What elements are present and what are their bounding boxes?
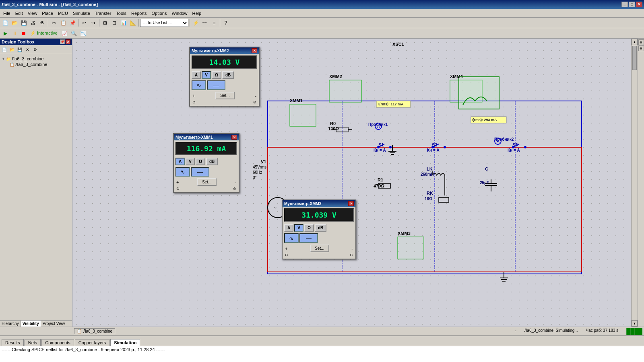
menu-place[interactable]: Place: [39, 10, 56, 16]
title-buttons[interactable]: _ □ ✕: [621, 2, 642, 7]
title-bar: Ла6_3_combine - Multisim - [Ла6_3_combin…: [0, 0, 644, 9]
tab-results[interactable]: Results: [2, 339, 24, 346]
component-btn[interactable]: ⚡: [191, 19, 200, 27]
copy-button[interactable]: 📋: [59, 19, 68, 27]
xmm2-btn-v[interactable]: V: [202, 71, 211, 79]
analyze-btn[interactable]: 📈: [60, 29, 69, 38]
toolbox-pin-button[interactable]: 📌: [60, 39, 65, 44]
toolbox-close-button[interactable]: ✕: [66, 39, 70, 44]
toolbox-open-btn[interactable]: 📂: [8, 46, 16, 53]
xmm1-line-btn[interactable]: —: [191, 167, 209, 177]
xmm1-set-button[interactable]: Set...: [197, 178, 216, 186]
menu-tools[interactable]: Tools: [114, 10, 129, 16]
xmm3-close-button[interactable]: ✕: [348, 201, 354, 206]
undo-button[interactable]: ↩: [80, 19, 89, 27]
xmm1-btn-v[interactable]: V: [186, 158, 195, 165]
close-button[interactable]: ✕: [636, 2, 642, 7]
scroll-thumb[interactable]: [632, 46, 637, 70]
tree-child[interactable]: 📋 Ла6_3_combine: [2, 62, 70, 67]
minimize-button[interactable]: _: [621, 2, 628, 7]
pause-button[interactable]: ⏸: [10, 29, 19, 38]
toolbox-new-btn[interactable]: 📄: [1, 46, 8, 53]
probe-btn[interactable]: 🔍: [70, 29, 78, 38]
xmm1-titlebar[interactable]: Мультиметр-ХММ1 ✕: [174, 134, 239, 140]
cut-button[interactable]: ✂: [50, 19, 58, 27]
layout-btn[interactable]: 📐: [128, 19, 137, 27]
grapher-btn[interactable]: 📉: [79, 29, 88, 38]
xmm1-btn-db[interactable]: dB: [206, 158, 218, 165]
tab-nets[interactable]: Nets: [25, 339, 41, 346]
menu-file[interactable]: File: [1, 10, 13, 16]
tab-hierarchy[interactable]: Hierarchy: [0, 321, 21, 327]
menu-window[interactable]: Window: [169, 10, 190, 16]
in-use-list-dropdown[interactable]: --- In-Use List ---: [140, 19, 188, 27]
toolbox-save-btn[interactable]: 💾: [16, 46, 23, 53]
xmm3-plus-label: +: [285, 246, 287, 251]
menu-edit[interactable]: Edit: [13, 10, 25, 16]
redo-button[interactable]: ↪: [89, 19, 98, 27]
tab-project-view[interactable]: Project View: [41, 321, 66, 327]
side-tool-2[interactable]: ⊖: [638, 45, 644, 51]
xmm2-btn-a[interactable]: A: [192, 71, 201, 79]
xmm2-btn-db[interactable]: dB: [222, 71, 234, 79]
side-tool-1[interactable]: ⊕: [638, 39, 644, 45]
schematic-tab[interactable]: 📋 Ла6_3_combine: [74, 328, 115, 334]
bottom-tabs-bar: Results Nets Components Copper layers Si…: [0, 336, 644, 346]
menu-help[interactable]: Help: [190, 10, 204, 16]
xmm2-wave-btn[interactable]: ∿: [192, 80, 206, 90]
open-button[interactable]: 📂: [10, 19, 19, 27]
bus-btn[interactable]: ≡: [210, 19, 219, 27]
xmm3-wave-btn[interactable]: ∿: [284, 233, 299, 243]
schematic-btn[interactable]: 📊: [119, 19, 128, 27]
menu-reports[interactable]: Reports: [129, 10, 149, 16]
scroll-down-button[interactable]: ▼: [632, 320, 638, 327]
toolbox-settings-btn[interactable]: ⚙: [31, 46, 39, 53]
scroll-track[interactable]: [632, 45, 638, 320]
menu-view[interactable]: View: [25, 10, 40, 16]
xmm1-wave-btn[interactable]: ∿: [175, 167, 190, 177]
maximize-button[interactable]: □: [629, 2, 635, 7]
xmm1-btn-ohm[interactable]: Ω: [196, 158, 205, 165]
xmm3-btn-db[interactable]: dB: [315, 224, 326, 232]
tree-root-label: Ла6_3_combine: [12, 56, 43, 61]
paste-button[interactable]: 📌: [68, 19, 77, 27]
xmm2-terminal-minus: ⊙: [253, 100, 256, 104]
new-button[interactable]: 📄: [1, 19, 10, 27]
net-btn[interactable]: 〰: [200, 19, 209, 27]
print-button[interactable]: 🖨: [29, 19, 37, 27]
xmm3-btn-a[interactable]: A: [284, 224, 293, 232]
xmm2-close-button[interactable]: ✕: [252, 48, 257, 53]
zoom-out-button[interactable]: ⊟: [110, 19, 119, 27]
xmm1-btn-a[interactable]: A: [175, 158, 185, 165]
tab-visibility[interactable]: Visibility: [21, 321, 41, 327]
xmm3-line-btn[interactable]: —: [299, 233, 318, 243]
xmm2-line-btn[interactable]: —: [207, 80, 225, 90]
xmm3-set-button[interactable]: Set...: [310, 245, 329, 252]
menu-transfer[interactable]: Transfer: [93, 10, 114, 16]
tab-copper-layers[interactable]: Copper layers: [75, 339, 109, 346]
menu-simulate[interactable]: Simulate: [70, 10, 93, 16]
stop-button[interactable]: ⏹: [19, 29, 28, 38]
vertical-scrollbar[interactable]: ▲ ▼: [631, 39, 638, 327]
xmm1-close-button[interactable]: ✕: [231, 135, 237, 140]
tree-root[interactable]: ▼ 📁 Ла6_3_combine: [2, 56, 70, 62]
save-button[interactable]: 💾: [19, 19, 28, 27]
tab-components[interactable]: Components: [41, 339, 74, 346]
xmm3-btn-v[interactable]: V: [294, 224, 303, 232]
scroll-up-button[interactable]: ▲: [632, 39, 638, 45]
menu-options[interactable]: Options: [149, 10, 169, 16]
xmm2-set-button[interactable]: Set...: [215, 92, 234, 99]
help-btn[interactable]: ?: [221, 19, 230, 27]
xmm3-btn-ohm[interactable]: Ω: [304, 224, 314, 232]
xmm2-titlebar[interactable]: Мультиметр-ХММ2 ✕: [190, 47, 259, 54]
tab-simulation[interactable]: Simulation: [110, 339, 140, 346]
schematic-canvas[interactable]: ~ A A: [72, 39, 638, 327]
xmm3-titlebar[interactable]: Мультиметр-ХММ3 ✕: [283, 200, 355, 207]
toolbox-close-file-btn[interactable]: ✕: [24, 46, 31, 53]
menu-mcu[interactable]: MCU: [56, 10, 70, 16]
print-preview-button[interactable]: 👁: [38, 19, 47, 27]
status-bar: 📋 Ла6_3_combine - Ла6_3_combine: Simulat…: [0, 327, 644, 335]
zoom-in-button[interactable]: ⊞: [101, 19, 109, 27]
run-button[interactable]: ▶: [1, 29, 10, 38]
xmm2-btn-ohm[interactable]: Ω: [212, 71, 221, 79]
